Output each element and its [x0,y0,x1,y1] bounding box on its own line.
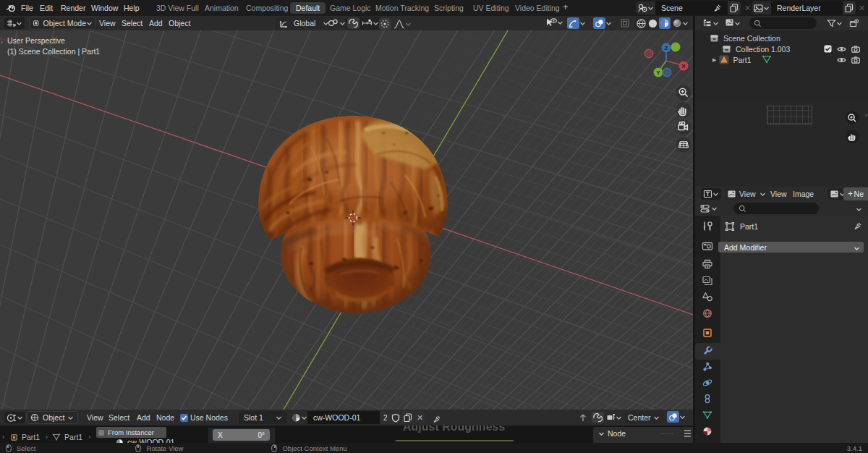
svg-text:›: › [1,38,3,46]
svg-text:X: X [681,63,686,69]
svg-text:(1) Scene Collection | Part1: (1) Scene Collection | Part1 [7,47,100,56]
svg-text:Z: Z [665,45,668,51]
svg-text:User Perspective: User Perspective [7,36,65,45]
svg-text:Y: Y [656,69,660,76]
